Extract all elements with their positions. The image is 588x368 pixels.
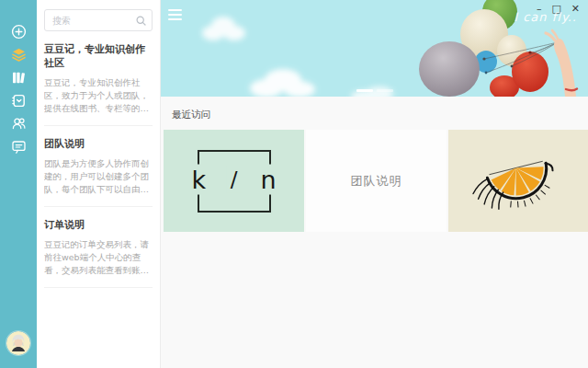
recent-visits-label: 最近访问 <box>172 109 588 121</box>
sidebar-item-books[interactable] <box>10 70 27 86</box>
recent-cards-row: k / n 团队说明 <box>164 130 588 232</box>
sidebar-item-feedback[interactable] <box>10 139 27 155</box>
card-title: 团队说明 <box>351 173 402 190</box>
balloons-illustration <box>161 0 588 97</box>
sidebar-item-layers[interactable] <box>10 47 27 63</box>
help-item-body: 团队是为方便多人协作而创建的，用户可以创建多个团队，每个团队下可以自由添加图书、… <box>44 157 153 196</box>
carousel-indicators <box>356 89 393 92</box>
search-box[interactable] <box>44 9 153 31</box>
sidebar-item-notebook[interactable] <box>10 93 27 109</box>
recent-card-team[interactable]: 团队说明 <box>306 130 447 232</box>
avatar-image <box>6 331 30 355</box>
recent-card-orange[interactable] <box>448 130 588 232</box>
search-input[interactable] <box>51 15 136 27</box>
help-item-intro[interactable]: 豆豆记，专业知识创作社区 豆豆记，专业知识创作社区，致力于为个人或团队，提供在线… <box>44 31 153 126</box>
help-item-orders[interactable]: 订单说明 豆豆记的订单交易列表，请前往web端个人中心的查看，交易列表能查看到账… <box>44 207 153 288</box>
chat-bubble-icon <box>11 139 27 155</box>
layers-icon <box>11 47 27 63</box>
books-icon <box>11 70 27 86</box>
kn-logo-letter-k: k <box>189 164 209 194</box>
menu-icon[interactable] <box>168 9 182 20</box>
main-content: – □ ✕ I can fly.. 最近访问 k / n 团队说明 <box>161 0 588 368</box>
carousel-dot-1[interactable] <box>356 89 373 92</box>
people-icon <box>11 116 27 132</box>
notebook-icon <box>11 93 27 109</box>
plus-circle-icon <box>11 24 27 40</box>
help-panel: 豆豆记，专业知识创作社区 豆豆记，专业知识创作社区，致力于为个人或团队，提供在线… <box>37 0 161 368</box>
help-item-title: 订单说明 <box>44 218 153 232</box>
carousel-dot-2[interactable] <box>377 89 393 92</box>
close-button[interactable]: ✕ <box>571 3 580 16</box>
banner-carousel[interactable]: – □ ✕ I can fly.. <box>161 0 588 97</box>
minimize-button[interactable]: – <box>537 3 542 16</box>
help-item-team[interactable]: 团队说明 团队是为方便多人协作而创建的，用户可以创建多个团队，每个团队下可以自由… <box>44 126 153 207</box>
kn-logo-slash: / <box>226 166 243 192</box>
user-avatar[interactable] <box>6 331 30 355</box>
orange-slice-logo <box>469 144 570 219</box>
maximize-button[interactable]: □ <box>551 3 560 16</box>
help-item-body: 豆豆记的订单交易列表，请前往web端个人中心的查看，交易列表能查看到账户当前的余… <box>44 238 153 277</box>
window-controls: – □ ✕ <box>537 3 580 16</box>
kn-logo-letter-n: n <box>257 164 278 194</box>
help-item-title: 团队说明 <box>44 137 153 151</box>
sidebar-item-team[interactable] <box>10 116 27 132</box>
help-item-body: 豆豆记，专业知识创作社区，致力于为个人或团队，提供在线图书、专栏等的知识管理及创… <box>44 76 153 115</box>
sidebar <box>0 0 37 368</box>
recent-card-kn-book[interactable]: k / n <box>164 130 304 232</box>
help-item-title: 豆豆记，专业知识创作社区 <box>44 42 153 70</box>
app-window: 豆豆记，专业知识创作社区 豆豆记，专业知识创作社区，致力于为个人或团队，提供在线… <box>0 0 588 368</box>
search-icon[interactable] <box>136 16 146 26</box>
kn-logo: k / n <box>198 150 271 213</box>
sidebar-item-add[interactable] <box>10 24 27 40</box>
